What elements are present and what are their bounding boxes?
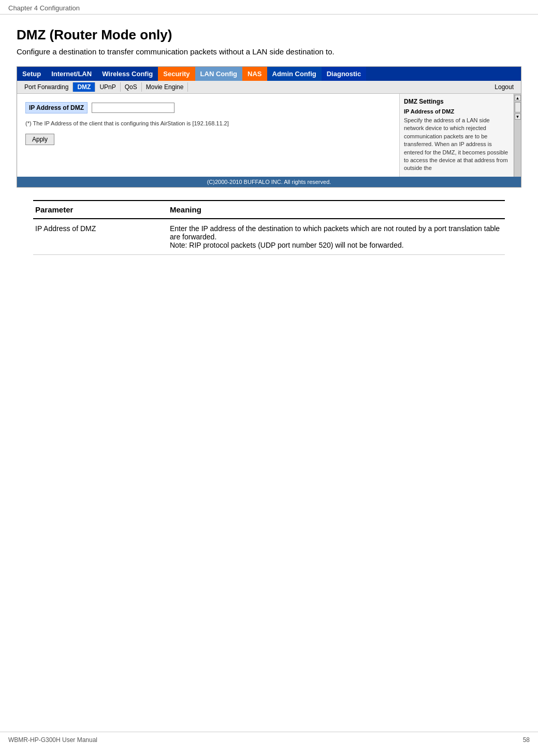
right-panel-description: Specify the address of a LAN side networ… xyxy=(404,117,510,173)
table-row: IP Address of DMZ Enter the IP address o… xyxy=(33,219,505,255)
sub-nav-movie-engine[interactable]: Movie Engine xyxy=(142,82,188,92)
nav-diagnostic[interactable]: Diagnostic xyxy=(322,67,366,81)
sub-nav-port-forwarding[interactable]: Port Forwarding xyxy=(20,82,73,92)
right-panel-wrapper: DMZ Settings IP Address of DMZ Specify t… xyxy=(400,94,521,177)
nav-internet-lan[interactable]: Internet/LAN xyxy=(46,67,97,81)
ip-address-input[interactable] xyxy=(92,103,175,113)
col-header-meaning: Meaning xyxy=(168,201,505,219)
nav-security[interactable]: Security xyxy=(158,67,195,81)
main-content: IP Address of DMZ (*) The IP Address of … xyxy=(17,94,521,177)
parameters-section: Parameter Meaning IP Address of DMZ Ente… xyxy=(17,200,521,255)
scrollbar-track[interactable]: ▲ ▼ xyxy=(514,94,521,177)
nav-bar: Setup Internet/LAN Wireless Config Secur… xyxy=(17,67,521,81)
parameters-table: Parameter Meaning IP Address of DMZ Ente… xyxy=(33,200,505,255)
table-header-row: Parameter Meaning xyxy=(33,201,505,219)
scrollbar-down-button[interactable]: ▼ xyxy=(515,113,521,120)
scrollbar-up-button[interactable]: ▲ xyxy=(515,95,521,101)
nav-nas[interactable]: NAS xyxy=(242,67,267,81)
page-number: 58 xyxy=(523,736,530,744)
nav-lan-config[interactable]: LAN Config xyxy=(195,67,242,81)
left-panel: IP Address of DMZ (*) The IP Address of … xyxy=(17,94,400,177)
col-header-parameter: Parameter xyxy=(33,201,168,219)
nav-setup[interactable]: Setup xyxy=(17,67,46,81)
apply-button[interactable]: Apply xyxy=(25,134,54,145)
ip-form-row: IP Address of DMZ xyxy=(25,102,391,113)
sub-nav-dmz[interactable]: DMZ xyxy=(73,82,95,92)
sub-nav-left: Port Forwarding DMZ UPnP QoS Movie Engin… xyxy=(20,82,188,92)
sub-nav-qos[interactable]: QoS xyxy=(121,82,142,92)
nav-wireless-config[interactable]: Wireless Config xyxy=(97,67,158,81)
copyright-bar: (C)2000-2010 BUFFALO INC. All rights res… xyxy=(17,177,521,187)
right-panel: DMZ Settings IP Address of DMZ Specify t… xyxy=(400,94,514,177)
ip-address-label: IP Address of DMZ xyxy=(25,102,88,113)
page-footer: WBMR-HP-G300H User Manual 58 xyxy=(0,732,538,748)
right-panel-section-title: IP Address of DMZ xyxy=(404,108,510,115)
chapter-header: Chapter 4 Configuration xyxy=(0,0,538,15)
page-title: DMZ (Router Mode only) xyxy=(0,15,538,47)
router-ui-screenshot: Setup Internet/LAN Wireless Config Secur… xyxy=(17,66,521,188)
right-panel-title: DMZ Settings xyxy=(404,98,510,105)
note-text: (*) The IP Address of the client that is… xyxy=(25,120,391,127)
param-meaning: Enter the IP address of the destination … xyxy=(168,219,505,255)
manual-label: WBMR-HP-G300H User Manual xyxy=(8,736,97,744)
param-name: IP Address of DMZ xyxy=(33,219,168,255)
sub-nav: Port Forwarding DMZ UPnP QoS Movie Engin… xyxy=(17,81,521,94)
scrollbar-thumb[interactable] xyxy=(515,102,521,112)
chapter-title: Chapter 4 Configuration xyxy=(8,4,80,12)
page-subtitle: Configure a destination to transfer comm… xyxy=(0,47,538,66)
param-meaning-text: Enter the IP address of the destination … xyxy=(170,224,500,249)
logout-link[interactable]: Logout xyxy=(490,82,518,92)
nav-admin-config[interactable]: Admin Config xyxy=(267,67,322,81)
sub-nav-upnp[interactable]: UPnP xyxy=(95,82,120,92)
